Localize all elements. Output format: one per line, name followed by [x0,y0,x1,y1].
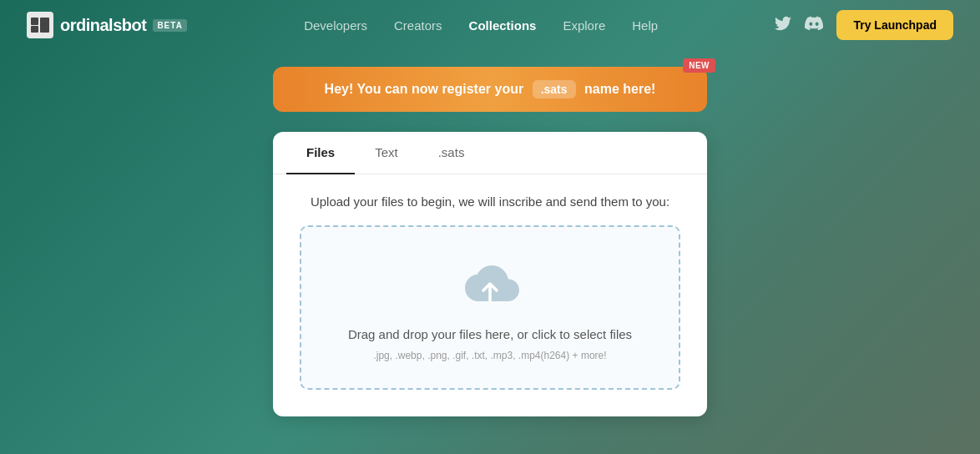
navbar-links: Developers Creators Collections Explore … [304,18,658,33]
try-launchpad-button[interactable]: Try Launchpad [836,10,953,40]
main-card: Files Text .sats Upload your files to be… [273,132,707,416]
tab-files[interactable]: Files [286,132,355,174]
tab-sats[interactable]: .sats [418,132,485,174]
nav-help[interactable]: Help [632,18,658,33]
beta-badge: BETA [153,19,186,32]
nav-creators[interactable]: Creators [394,18,442,33]
new-badge: NEW [683,58,715,73]
svg-rect-2 [40,18,49,33]
nav-developers[interactable]: Developers [304,18,367,33]
cloud-upload-icon [460,260,520,310]
brand-name: ordinalsbot [60,16,146,35]
upload-description: Upload your files to begin, we will insc… [300,194,680,209]
banner-text: Hey! You can now register your .sats nam… [325,82,656,97]
announcement-banner[interactable]: Hey! You can now register your .sats nam… [273,67,707,112]
navbar: ordinalsbot BETA Developers Creators Col… [0,0,980,50]
tab-text[interactable]: Text [355,132,418,174]
twitter-icon[interactable] [775,16,791,35]
banner-text-after: name here! [584,82,655,96]
drop-zone-formats: .jpg, .webp, .png, .gif, .txt, .mp3, .mp… [373,350,606,361]
svg-rect-0 [31,18,38,25]
navbar-actions: Try Launchpad [775,10,953,40]
main-content: Hey! You can now register your .sats nam… [0,50,980,450]
nav-explore[interactable]: Explore [563,18,605,33]
svg-rect-1 [31,26,38,33]
drop-zone-text: Drag and drop your files here, or click … [348,327,632,341]
discord-icon[interactable] [805,16,823,35]
drop-zone[interactable]: Drag and drop your files here, or click … [300,225,680,390]
tab-bar: Files Text .sats [273,132,707,174]
navbar-logo-area: ordinalsbot BETA [27,12,187,38]
sats-badge: .sats [533,80,576,98]
upload-section: Upload your files to begin, we will insc… [273,174,707,390]
nav-collections[interactable]: Collections [469,18,537,33]
logo-icon [27,12,53,38]
